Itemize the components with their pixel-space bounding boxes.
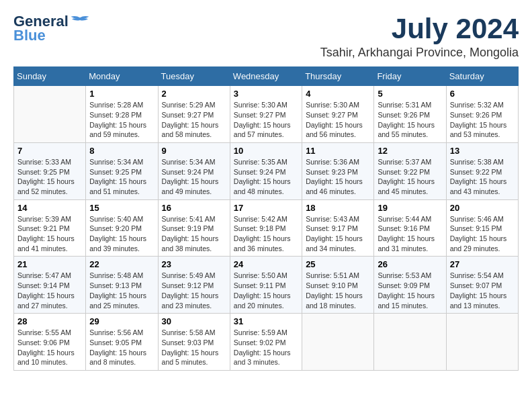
- calendar-cell: 26Sunrise: 5:53 AM Sunset: 9:09 PM Dayli…: [374, 257, 446, 314]
- calendar-cell: 25Sunrise: 5:51 AM Sunset: 9:10 PM Dayli…: [302, 257, 374, 314]
- calendar-cell: 4Sunrise: 5:30 AM Sunset: 9:27 PM Daylig…: [302, 86, 374, 143]
- day-number: 19: [378, 203, 442, 213]
- calendar-cell: 9Sunrise: 5:34 AM Sunset: 9:24 PM Daylig…: [158, 142, 230, 199]
- day-info: Sunrise: 5:47 AM Sunset: 9:14 PM Dayligh…: [17, 271, 82, 310]
- day-number: 29: [89, 316, 154, 326]
- calendar-week-row: 7Sunrise: 5:33 AM Sunset: 9:25 PM Daylig…: [14, 142, 519, 199]
- day-info: Sunrise: 5:49 AM Sunset: 9:12 PM Dayligh…: [162, 271, 226, 310]
- calendar-cell: 27Sunrise: 5:54 AM Sunset: 9:07 PM Dayli…: [446, 257, 518, 314]
- calendar-cell: 21Sunrise: 5:47 AM Sunset: 9:14 PM Dayli…: [14, 257, 86, 314]
- day-number: 26: [378, 259, 442, 269]
- day-info: Sunrise: 5:48 AM Sunset: 9:13 PM Dayligh…: [89, 271, 154, 310]
- day-info: Sunrise: 5:33 AM Sunset: 9:25 PM Dayligh…: [17, 157, 82, 197]
- day-info: Sunrise: 5:42 AM Sunset: 9:18 PM Dayligh…: [234, 214, 298, 254]
- calendar-cell: 22Sunrise: 5:48 AM Sunset: 9:13 PM Dayli…: [86, 257, 158, 314]
- day-info: Sunrise: 5:38 AM Sunset: 9:22 PM Dayligh…: [450, 157, 515, 197]
- calendar-cell: 5Sunrise: 5:31 AM Sunset: 9:26 PM Daylig…: [374, 86, 446, 143]
- day-number: 3: [234, 89, 298, 99]
- logo-blue: Blue: [13, 27, 46, 44]
- calendar-day-header: Monday: [86, 67, 158, 86]
- calendar-cell: 31Sunrise: 5:59 AM Sunset: 9:02 PM Dayli…: [230, 314, 302, 371]
- day-number: 12: [378, 146, 442, 156]
- calendar-cell: [302, 314, 374, 371]
- day-info: Sunrise: 5:55 AM Sunset: 9:06 PM Dayligh…: [17, 328, 82, 367]
- calendar-day-header: Friday: [374, 67, 446, 86]
- day-info: Sunrise: 5:39 AM Sunset: 9:21 PM Dayligh…: [17, 214, 82, 254]
- day-number: 7: [17, 146, 82, 156]
- calendar-cell: 24Sunrise: 5:50 AM Sunset: 9:11 PM Dayli…: [230, 257, 302, 314]
- logo: General Blue: [13, 13, 90, 44]
- day-number: 6: [450, 89, 515, 99]
- day-info: Sunrise: 5:34 AM Sunset: 9:24 PM Dayligh…: [162, 157, 226, 197]
- calendar-cell: 17Sunrise: 5:42 AM Sunset: 9:18 PM Dayli…: [230, 199, 302, 257]
- day-number: 23: [162, 259, 226, 269]
- calendar-cell: 12Sunrise: 5:37 AM Sunset: 9:22 PM Dayli…: [374, 142, 446, 199]
- calendar-cell: 1Sunrise: 5:28 AM Sunset: 9:28 PM Daylig…: [86, 86, 158, 143]
- day-number: 22: [89, 259, 154, 269]
- calendar-week-row: 21Sunrise: 5:47 AM Sunset: 9:14 PM Dayli…: [14, 257, 519, 314]
- calendar-table: SundayMondayTuesdayWednesdayThursdayFrid…: [13, 66, 519, 371]
- title-section: July 2024 Tsahir, Arkhangai Province, Mo…: [320, 13, 519, 60]
- location-subtitle: Tsahir, Arkhangai Province, Mongolia: [320, 46, 519, 60]
- day-info: Sunrise: 5:50 AM Sunset: 9:11 PM Dayligh…: [234, 271, 298, 310]
- day-number: 17: [234, 203, 298, 213]
- logo-bird-icon: [70, 14, 90, 26]
- day-number: 16: [162, 203, 226, 213]
- day-number: 11: [306, 146, 370, 156]
- day-number: 9: [162, 146, 226, 156]
- calendar-cell: 15Sunrise: 5:40 AM Sunset: 9:20 PM Dayli…: [86, 199, 158, 257]
- day-number: 1: [89, 89, 154, 99]
- calendar-week-row: 14Sunrise: 5:39 AM Sunset: 9:21 PM Dayli…: [14, 199, 519, 257]
- day-info: Sunrise: 5:37 AM Sunset: 9:22 PM Dayligh…: [378, 157, 442, 197]
- day-number: 8: [89, 146, 154, 156]
- calendar-cell: 13Sunrise: 5:38 AM Sunset: 9:22 PM Dayli…: [446, 142, 518, 199]
- calendar-cell: [14, 86, 86, 143]
- day-number: 13: [450, 146, 515, 156]
- month-year-title: July 2024: [320, 13, 519, 44]
- calendar-cell: 28Sunrise: 5:55 AM Sunset: 9:06 PM Dayli…: [14, 314, 86, 371]
- day-info: Sunrise: 5:34 AM Sunset: 9:25 PM Dayligh…: [89, 157, 154, 197]
- calendar-day-header: Thursday: [302, 67, 374, 86]
- day-info: Sunrise: 5:58 AM Sunset: 9:03 PM Dayligh…: [162, 328, 226, 367]
- calendar-cell: 18Sunrise: 5:43 AM Sunset: 9:17 PM Dayli…: [302, 199, 374, 257]
- day-info: Sunrise: 5:35 AM Sunset: 9:24 PM Dayligh…: [234, 157, 298, 197]
- calendar-cell: [446, 314, 518, 371]
- day-info: Sunrise: 5:56 AM Sunset: 9:05 PM Dayligh…: [89, 328, 154, 367]
- day-info: Sunrise: 5:43 AM Sunset: 9:17 PM Dayligh…: [306, 214, 370, 254]
- day-number: 25: [306, 259, 370, 269]
- calendar-cell: 20Sunrise: 5:46 AM Sunset: 9:15 PM Dayli…: [446, 199, 518, 257]
- day-number: 20: [450, 203, 515, 213]
- calendar-day-header: Sunday: [14, 67, 86, 86]
- day-number: 15: [89, 203, 154, 213]
- calendar-body: 1Sunrise: 5:28 AM Sunset: 9:28 PM Daylig…: [14, 86, 519, 371]
- day-info: Sunrise: 5:59 AM Sunset: 9:02 PM Dayligh…: [234, 328, 298, 367]
- calendar-cell: 3Sunrise: 5:30 AM Sunset: 9:27 PM Daylig…: [230, 86, 302, 143]
- calendar-header-row: SundayMondayTuesdayWednesdayThursdayFrid…: [14, 67, 519, 86]
- calendar-day-header: Tuesday: [158, 67, 230, 86]
- day-info: Sunrise: 5:36 AM Sunset: 9:23 PM Dayligh…: [306, 157, 370, 197]
- day-number: 24: [234, 259, 298, 269]
- day-info: Sunrise: 5:29 AM Sunset: 9:27 PM Dayligh…: [162, 100, 226, 140]
- page-header: General Blue July 2024 Tsahir, Arkhangai…: [13, 13, 519, 60]
- day-number: 27: [450, 259, 515, 269]
- calendar-week-row: 28Sunrise: 5:55 AM Sunset: 9:06 PM Dayli…: [14, 314, 519, 371]
- calendar-day-header: Saturday: [446, 67, 518, 86]
- day-number: 18: [306, 203, 370, 213]
- day-info: Sunrise: 5:32 AM Sunset: 9:26 PM Dayligh…: [450, 100, 515, 140]
- day-info: Sunrise: 5:46 AM Sunset: 9:15 PM Dayligh…: [450, 214, 515, 254]
- calendar-cell: 6Sunrise: 5:32 AM Sunset: 9:26 PM Daylig…: [446, 86, 518, 143]
- day-info: Sunrise: 5:44 AM Sunset: 9:16 PM Dayligh…: [378, 214, 442, 254]
- calendar-cell: 19Sunrise: 5:44 AM Sunset: 9:16 PM Dayli…: [374, 199, 446, 257]
- day-info: Sunrise: 5:28 AM Sunset: 9:28 PM Dayligh…: [89, 100, 154, 140]
- calendar-day-header: Wednesday: [230, 67, 302, 86]
- calendar-cell: 23Sunrise: 5:49 AM Sunset: 9:12 PM Dayli…: [158, 257, 230, 314]
- calendar-cell: 8Sunrise: 5:34 AM Sunset: 9:25 PM Daylig…: [86, 142, 158, 199]
- calendar-cell: 30Sunrise: 5:58 AM Sunset: 9:03 PM Dayli…: [158, 314, 230, 371]
- day-info: Sunrise: 5:30 AM Sunset: 9:27 PM Dayligh…: [234, 100, 298, 140]
- calendar-cell: [374, 314, 446, 371]
- calendar-week-row: 1Sunrise: 5:28 AM Sunset: 9:28 PM Daylig…: [14, 86, 519, 143]
- day-number: 14: [17, 203, 82, 213]
- day-number: 28: [17, 316, 82, 326]
- day-number: 5: [378, 89, 442, 99]
- calendar-cell: 14Sunrise: 5:39 AM Sunset: 9:21 PM Dayli…: [14, 199, 86, 257]
